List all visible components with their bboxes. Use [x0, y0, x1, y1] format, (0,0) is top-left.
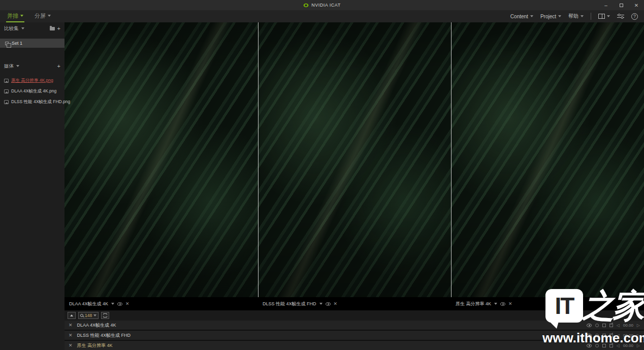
- sidebar: 比较集 + Set 1 媒体 + 原生 高分辨率 4K.png DLAA 4X帧…: [0, 22, 65, 350]
- add-set-button[interactable]: +: [57, 25, 60, 31]
- media-item-label: 原生 高分辨率 4K.png: [11, 78, 53, 84]
- media-item-dlss-fhd[interactable]: DLSS 性能 4X帧生成 FHD.png: [0, 97, 65, 107]
- window-controls: – ✕: [598, 0, 644, 10]
- media-row-dlaa[interactable]: ✕ DLAA 4X帧生成 4K ◁ 00.00 ▷: [65, 321, 644, 330]
- media-row-name: DLSS 性能 4X帧生成 FHD: [77, 332, 131, 339]
- comparison-sets-label[interactable]: 比较集: [4, 25, 19, 32]
- menu-content-label: Content: [510, 14, 528, 19]
- image-panel-1[interactable]: [65, 22, 258, 297]
- loop-icon[interactable]: [595, 334, 599, 337]
- media-header: 媒体 +: [0, 60, 65, 72]
- main-toolbar: 并排 分屏 Content Project 帮助: [0, 10, 644, 22]
- eye-icon[interactable]: [117, 302, 122, 306]
- panel-3-label-group: 原生 高分辨率 4K ✕: [451, 297, 644, 310]
- image-icon: [4, 89, 9, 93]
- menu-content[interactable]: Content: [510, 14, 533, 19]
- next-frame-button[interactable]: ▷: [637, 333, 640, 338]
- media-row-controls: ◁ 00.00 ▷: [587, 323, 644, 328]
- settings-sliders-button[interactable]: [617, 14, 624, 19]
- copy-icon[interactable]: [602, 324, 606, 327]
- collapse-panel-button[interactable]: [68, 312, 76, 319]
- loop-icon[interactable]: [595, 324, 599, 327]
- chevron-down-icon: [93, 314, 96, 316]
- minimize-button[interactable]: –: [598, 0, 614, 10]
- close-icon[interactable]: ✕: [125, 301, 130, 306]
- tab-split-screen[interactable]: 分屏: [34, 10, 52, 22]
- media-row-native[interactable]: ✕ 原生 高分辨率 4K ◁ 00.00 ▷: [65, 341, 644, 350]
- fit-to-screen-button[interactable]: [101, 312, 109, 319]
- zoom-level-control[interactable]: 148: [78, 312, 99, 319]
- panel-3-label[interactable]: 原生 高分辨率 4K: [456, 301, 491, 307]
- next-frame-button[interactable]: ▷: [637, 343, 640, 348]
- visibility-icon[interactable]: [587, 334, 592, 337]
- close-button[interactable]: ✕: [629, 0, 644, 10]
- copy-icon[interactable]: [602, 344, 606, 347]
- close-icon[interactable]: ✕: [508, 301, 512, 306]
- menu-help[interactable]: 帮助: [568, 13, 584, 20]
- remove-icon[interactable]: ✕: [69, 333, 73, 338]
- maximize-button[interactable]: [614, 0, 629, 10]
- comparison-viewer: DLAA 4X帧生成 4K ✕ DLSS 性能 4X帧生成 FHD ✕ 原生 高…: [65, 22, 644, 310]
- magnifier-icon: [80, 314, 83, 317]
- toolbar-divider: [591, 13, 591, 20]
- image-panel-2[interactable]: [258, 22, 451, 297]
- visibility-icon[interactable]: [587, 344, 592, 347]
- media-item-native-4k[interactable]: 原生 高分辨率 4K.png: [0, 75, 65, 86]
- menu-project-label: Project: [540, 14, 556, 19]
- image-panels: [65, 22, 644, 297]
- menu-help-label: 帮助: [568, 13, 578, 20]
- media-item-label: DLSS 性能 4X帧生成 FHD.png: [11, 99, 70, 105]
- chevron-down-icon: [16, 65, 19, 67]
- tab-side-by-side[interactable]: 并排: [6, 10, 24, 22]
- panel-2-label-group: DLSS 性能 4X帧生成 FHD ✕: [258, 297, 451, 310]
- media-item-dlaa-4k[interactable]: DLAA 4X帧生成 4K.png: [0, 86, 65, 97]
- panel-label-strip: DLAA 4X帧生成 4K ✕ DLSS 性能 4X帧生成 FHD ✕ 原生 高…: [65, 297, 644, 310]
- loop-icon[interactable]: [595, 344, 599, 347]
- media-label[interactable]: 媒体: [4, 63, 14, 70]
- image-panel-3[interactable]: [451, 22, 644, 297]
- chevron-up-icon: [70, 314, 73, 316]
- chevron-down-icon: [20, 15, 23, 17]
- image-icon: [4, 100, 9, 104]
- sidebar-item-set1[interactable]: Set 1: [0, 39, 65, 48]
- media-row-name: 原生 高分辨率 4K: [77, 342, 113, 349]
- add-media-button[interactable]: +: [57, 63, 60, 69]
- prev-frame-button[interactable]: ◁: [617, 333, 620, 338]
- set-icon: [5, 42, 9, 45]
- media-row-name: DLAA 4X帧生成 4K: [77, 322, 116, 329]
- folder-icon[interactable]: [50, 27, 55, 30]
- next-frame-button[interactable]: ▷: [637, 323, 640, 328]
- visibility-icon[interactable]: [587, 324, 592, 327]
- fit-screen-icon: [103, 313, 107, 317]
- chevron-down-icon: [48, 15, 51, 17]
- layout-selector[interactable]: [598, 14, 610, 19]
- media-row-list: ✕ DLAA 4X帧生成 4K ◁ 00.00 ▷ ✕ DLSS 性能 4X帧生…: [65, 321, 644, 350]
- bottom-zoom-toolbar: 148: [65, 310, 644, 321]
- chevron-down-icon: [581, 15, 584, 17]
- copy-icon[interactable]: [602, 334, 606, 337]
- panel-1-label[interactable]: DLAA 4X帧生成 4K: [69, 301, 108, 307]
- remove-icon[interactable]: ✕: [69, 343, 73, 348]
- edit-icon[interactable]: [609, 344, 613, 347]
- app-title-wrap: NVIDIA ICAT: [0, 0, 644, 10]
- menu-project[interactable]: Project: [540, 14, 561, 19]
- chevron-down-icon: [530, 15, 533, 17]
- sliders-icon: [617, 14, 624, 19]
- close-icon[interactable]: ✕: [334, 301, 338, 306]
- prev-frame-button[interactable]: ◁: [617, 343, 620, 348]
- chevron-down-icon[interactable]: [111, 303, 114, 305]
- eye-icon[interactable]: [500, 302, 505, 306]
- mode-tabs: 并排 分屏: [0, 10, 52, 22]
- prev-frame-button[interactable]: ◁: [617, 323, 620, 328]
- media-row-controls: ◁ 00.00 ▷: [587, 343, 644, 348]
- help-button[interactable]: ?: [631, 13, 638, 20]
- edit-icon[interactable]: [609, 324, 613, 327]
- chevron-down-icon: [558, 15, 561, 17]
- chevron-down-icon[interactable]: [494, 303, 497, 305]
- panel-2-label[interactable]: DLSS 性能 4X帧生成 FHD: [263, 301, 316, 307]
- chevron-down-icon[interactable]: [319, 303, 323, 305]
- remove-icon[interactable]: ✕: [69, 323, 73, 328]
- media-row-dlss[interactable]: ✕ DLSS 性能 4X帧生成 FHD ◁ 00.00 ▷: [65, 331, 644, 340]
- eye-icon[interactable]: [326, 302, 331, 306]
- edit-icon[interactable]: [609, 334, 613, 337]
